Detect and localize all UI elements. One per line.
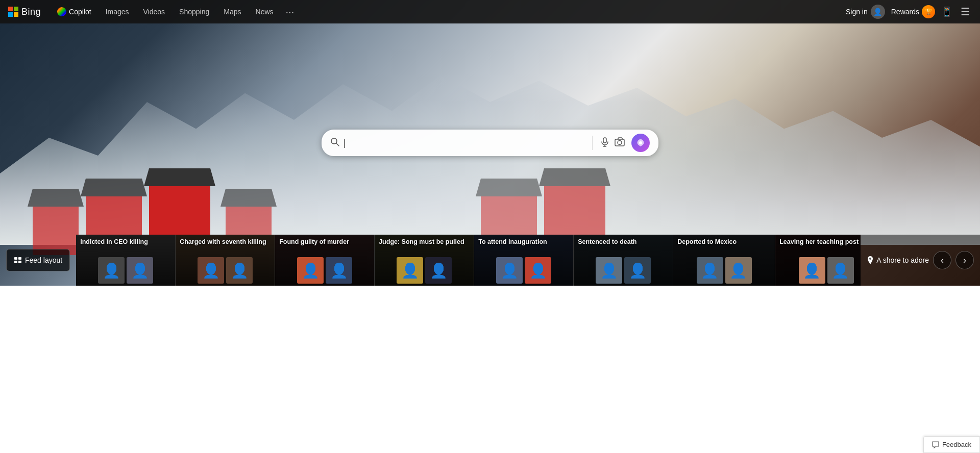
svg-point-10 (618, 140, 622, 144)
main-content: IMAGE OF THE DAY A shore to adore © Pila… (0, 286, 980, 453)
header-right: Sign in 👤 Rewards 🏆 📱 ☰ (846, 4, 972, 20)
feedback-icon (932, 441, 939, 448)
rewards-icon: 🏆 (922, 5, 935, 18)
svg-line-5 (336, 143, 339, 146)
svg-rect-12 (14, 257, 17, 260)
nav-item-news[interactable]: News (250, 5, 280, 19)
location-label: A shore to adore (867, 256, 929, 265)
svg-rect-3 (14, 12, 18, 17)
bing-logo-text: Bing (21, 7, 41, 17)
news-card-death[interactable]: Sentenced to death 👤 👤 (574, 235, 673, 286)
svg-rect-13 (18, 257, 21, 260)
news-bar: Feed layout Indicted in CEO killing 👤 👤 … (0, 235, 980, 286)
news-right-area: A shore to adore ‹ › (861, 235, 980, 286)
svg-rect-1 (14, 7, 18, 11)
news-card-inauguration[interactable]: To attend inauguration 👤 👤 (474, 235, 574, 286)
svg-rect-6 (603, 138, 606, 143)
copilot-search-button[interactable] (631, 134, 650, 152)
main-nav: Copilot Images Videos Shopping Maps News… (51, 4, 298, 20)
search-input[interactable] (344, 138, 587, 148)
search-container (322, 130, 658, 156)
svg-point-16 (869, 258, 871, 260)
nav-item-videos[interactable]: Videos (137, 5, 172, 19)
feed-layout-icon (14, 256, 22, 264)
nav-item-copilot[interactable]: Copilot (51, 4, 97, 19)
feed-layout-button[interactable]: Feed layout (6, 249, 70, 271)
svg-point-4 (331, 138, 337, 144)
svg-point-11 (639, 141, 642, 144)
camera-search-button[interactable] (612, 135, 627, 152)
search-icon (330, 137, 339, 149)
location-pin-icon (867, 256, 874, 265)
rewards-button[interactable]: Rewards 🏆 (891, 5, 935, 18)
hero-section: Feed layout Indicted in CEO killing 👤 👤 … (0, 0, 980, 286)
news-card-murder[interactable]: Found guilty of murder 👤 👤 (275, 235, 375, 286)
logo[interactable]: Bing (8, 7, 41, 17)
hamburger-menu-icon[interactable]: ☰ (959, 4, 972, 20)
news-card-deported[interactable]: Deported to Mexico 👤 👤 (673, 235, 775, 286)
nav-item-maps[interactable]: Maps (217, 5, 247, 19)
news-card-killing[interactable]: Charged with seventh killing 👤 👤 (176, 235, 275, 286)
svg-rect-15 (18, 261, 21, 263)
mobile-icon[interactable]: 📱 (941, 6, 952, 17)
nav-item-images[interactable]: Images (100, 5, 135, 19)
news-card-teaching[interactable]: Leaving her teaching post 👤 👤 (775, 235, 861, 286)
news-card-ceo[interactable]: Indicted in CEO killing 👤 👤 (76, 235, 176, 286)
sign-in-button[interactable]: Sign in 👤 (846, 5, 885, 19)
microphone-button[interactable] (598, 135, 612, 152)
microsoft-logo-icon (8, 7, 18, 17)
copilot-icon (57, 7, 66, 16)
user-avatar: 👤 (871, 5, 885, 19)
search-divider (592, 136, 593, 150)
svg-rect-2 (8, 12, 13, 17)
carousel-next-button[interactable]: › (955, 251, 974, 269)
news-cards-container: Indicted in CEO killing 👤 👤 Charged with… (76, 235, 861, 286)
svg-rect-0 (8, 7, 13, 11)
carousel-prev-button[interactable]: ‹ (933, 251, 951, 269)
header: Bing Copilot Images Videos Shopping Maps… (0, 0, 980, 23)
feedback-button[interactable]: Feedback (923, 436, 980, 453)
nav-item-shopping[interactable]: Shopping (173, 5, 215, 19)
svg-rect-14 (14, 261, 17, 263)
news-card-song[interactable]: Judge: Song must be pulled 👤 👤 (375, 235, 474, 286)
more-nav-button[interactable]: ··· (282, 4, 299, 20)
search-bar (322, 130, 658, 156)
